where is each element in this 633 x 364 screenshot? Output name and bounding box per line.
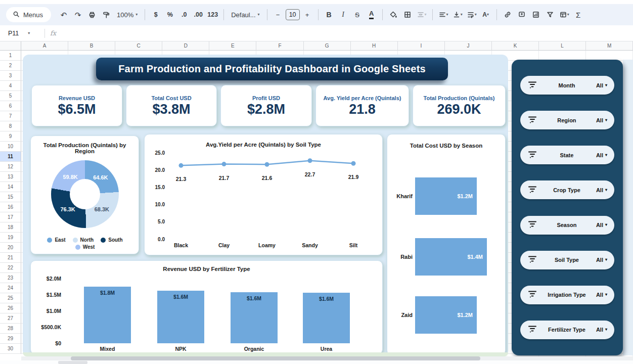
more-formats-button[interactable]: 123 (206, 8, 219, 21)
row-header-11[interactable]: 11 (0, 152, 21, 162)
redo-button[interactable]: ↷ (71, 8, 84, 21)
filter-value-dropdown[interactable]: All▾ (596, 187, 607, 193)
chart-production-by-region[interactable]: Total Production (Quintals) by Region 64… (30, 135, 139, 254)
create-filter-button[interactable] (544, 8, 557, 21)
chart-yield-by-soil-type[interactable]: Avg.Yield per Acre (Quintals) by Soil Ty… (144, 134, 383, 255)
italic-button[interactable]: I (337, 8, 350, 21)
row-header-16[interactable]: 16 (0, 202, 21, 212)
decrease-font-size-button[interactable]: − (272, 8, 285, 21)
filter-value-dropdown[interactable]: All▾ (596, 82, 607, 88)
filter-views-button[interactable]: ▾ (558, 8, 571, 21)
row-header-7[interactable]: 7 (0, 111, 21, 121)
text-rotation-button[interactable]: A▾ (479, 8, 492, 21)
filter-value-dropdown[interactable]: All▾ (596, 117, 607, 123)
row-header-25[interactable]: 25 (0, 293, 21, 303)
menus-button[interactable]: Menus (6, 7, 51, 22)
horizontal-align-button[interactable]: ▾ (437, 8, 450, 21)
row-header-12[interactable]: 12 (0, 162, 21, 172)
column-header-G[interactable]: G (304, 41, 351, 51)
filter-value-dropdown[interactable]: All▾ (596, 222, 607, 228)
font-select[interactable]: Defaul... ▾ (228, 8, 262, 21)
increase-decimal-button[interactable]: .00 (192, 8, 205, 21)
column-header-B[interactable]: B (68, 41, 115, 51)
filter-value-dropdown[interactable]: All▾ (596, 152, 607, 158)
row-header-21[interactable]: 21 (0, 253, 21, 263)
filter-value-dropdown[interactable]: All▾ (596, 257, 607, 263)
row-header-22[interactable]: 22 (0, 263, 21, 273)
fill-color-button[interactable] (387, 8, 400, 21)
insert-link-button[interactable] (501, 8, 514, 21)
row-header-8[interactable]: 8 (0, 121, 21, 131)
zoom-select[interactable]: 100% ▾ (114, 8, 141, 21)
row-header-13[interactable]: 13 (0, 172, 21, 182)
row-header-3[interactable]: 3 (0, 71, 21, 81)
row-header-27[interactable]: 27 (0, 313, 21, 324)
row-header-1[interactable]: 1 (0, 51, 21, 61)
row-header-19[interactable]: 19 (0, 233, 21, 243)
chart-cost-by-season[interactable]: Total Cost USD by Season Kharif$1.2MRabi… (387, 134, 506, 355)
borders-button[interactable] (401, 8, 414, 21)
column-header-A[interactable]: A (21, 41, 68, 51)
row-header-28[interactable]: 28 (0, 324, 21, 334)
sheet-tab-partial[interactable] (58, 361, 87, 364)
row-header-24[interactable]: 24 (0, 283, 21, 293)
print-button[interactable] (85, 8, 99, 21)
filter-pill-irrigation-type[interactable]: Irrigation TypeAll▾ (520, 286, 614, 304)
row-header-26[interactable]: 26 (0, 303, 21, 313)
bold-button[interactable]: B (323, 8, 336, 21)
column-header-F[interactable]: F (256, 41, 303, 51)
row-header-23[interactable]: 23 (0, 273, 21, 283)
percent-format-button[interactable]: % (163, 8, 176, 21)
row-header-10[interactable]: 10 (0, 142, 21, 152)
row-header-6[interactable]: 6 (0, 101, 21, 111)
decrease-decimal-button[interactable]: .0 (177, 8, 191, 21)
insert-comment-button[interactable] (515, 8, 528, 21)
text-color-button[interactable]: A (365, 8, 378, 21)
filter-pill-season[interactable]: SeasonAll▾ (520, 216, 614, 235)
column-header-D[interactable]: D (162, 41, 209, 51)
row-header-5[interactable]: 5 (0, 91, 21, 101)
paint-format-button[interactable] (100, 8, 113, 21)
column-header-E[interactable]: E (209, 41, 256, 51)
filter-value-dropdown[interactable]: All▾ (596, 327, 607, 333)
chart-revenue-by-fertilizer[interactable]: Revenue USD by Fertilizer Type $2.0M$1.5… (30, 260, 383, 354)
column-header-C[interactable]: C (115, 41, 162, 51)
column-header-I[interactable]: I (398, 41, 445, 51)
strikethrough-button[interactable]: S (351, 8, 364, 21)
filter-pill-fertilizer-type[interactable]: Fertilizer TypeAll▾ (520, 321, 614, 339)
functions-button[interactable]: Σ (572, 8, 585, 21)
filter-pill-crop-type[interactable]: Crop TypeAll▾ (520, 180, 614, 199)
undo-button[interactable]: ↶ (57, 8, 70, 21)
filter-pill-state[interactable]: StateAll▾ (520, 146, 614, 164)
select-all-corner[interactable] (0, 41, 21, 51)
filter-pill-month[interactable]: MonthAll▾ (520, 76, 614, 95)
column-header-L[interactable]: L (539, 41, 586, 51)
row-header-15[interactable]: 15 (0, 192, 21, 202)
font-size-input[interactable]: 10 (286, 9, 300, 20)
row-header-14[interactable]: 14 (0, 182, 21, 192)
row-header-4[interactable]: 4 (0, 81, 21, 91)
filter-pill-region[interactable]: RegionAll▾ (520, 111, 614, 129)
horizontal-scrollbar[interactable] (21, 356, 633, 360)
increase-font-size-button[interactable]: + (301, 8, 314, 21)
row-header-20[interactable]: 20 (0, 243, 21, 253)
row-header-29[interactable]: 29 (0, 334, 21, 344)
column-header-H[interactable]: H (351, 41, 398, 51)
name-box[interactable]: P11 ▾ (0, 30, 39, 37)
row-header-18[interactable]: 18 (0, 222, 21, 233)
insert-chart-button[interactable] (529, 8, 542, 21)
column-header-J[interactable]: J (445, 41, 492, 51)
row-header-17[interactable]: 17 (0, 212, 21, 222)
column-header-K[interactable]: K (492, 41, 539, 51)
filter-value-dropdown[interactable]: All▾ (596, 292, 607, 298)
filter-pill-soil-type[interactable]: Soil TypeAll▾ (520, 251, 614, 269)
row-header-30[interactable]: 30 (0, 344, 21, 354)
text-wrap-button[interactable]: ▾ (465, 8, 478, 21)
column-header-M[interactable]: M (586, 41, 633, 51)
row-header-2[interactable]: 2 (0, 61, 21, 71)
vertical-align-button[interactable]: ▾ (451, 8, 464, 21)
row-header-9[interactable]: 9 (0, 131, 21, 142)
currency-format-button[interactable]: $ (149, 8, 162, 21)
scrollbar-thumb[interactable] (71, 356, 480, 360)
data-point (308, 158, 312, 163)
